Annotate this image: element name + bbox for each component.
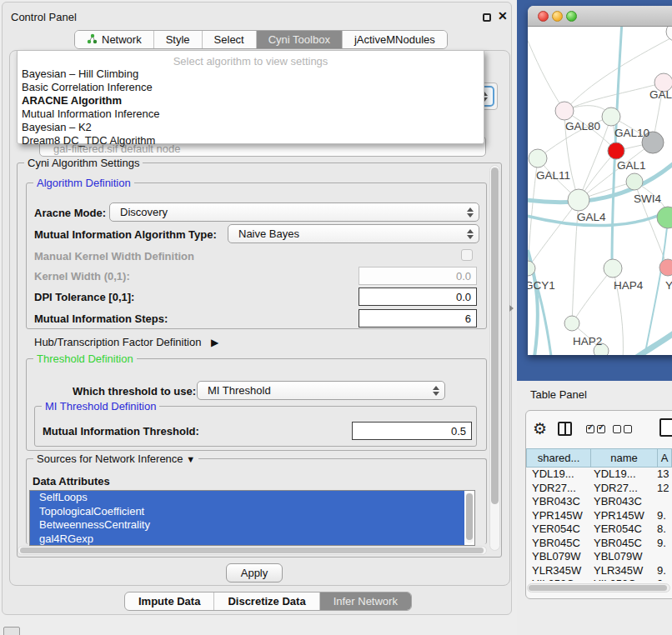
spinner-arrows-icon [433,386,439,396]
column-header[interactable]: A [657,448,672,468]
column-header[interactable]: name [590,448,657,468]
settings-hscrollbar[interactable] [18,546,487,555]
select-all-checkboxes-icon[interactable] [586,425,605,433]
tab-jactivemnodules[interactable]: jActiveMNodules [343,31,447,48]
algorithm-dropdown-list: Select algorithm to view settings Bayesi… [17,50,484,144]
node-label: Y [665,279,672,292]
algorithm-option[interactable]: Bayesian – K2 [18,121,484,134]
node[interactable] [602,108,620,126]
mi-steps-input[interactable]: 6 [359,309,477,328]
gear-icon[interactable]: ⚙ [533,419,547,438]
table-row[interactable]: YIL052CYIL052C9 [526,578,672,581]
table-hscrollbar-thumb[interactable] [529,585,667,591]
kernel-width-input[interactable]: 0.0 [359,267,477,285]
screen: Control Panel ✕ Network Style Select Cyn… [0,0,672,635]
attribute-item[interactable]: BetweennessCentrality [30,518,464,532]
minimized-panel-icon[interactable] [3,627,20,635]
node[interactable] [564,316,579,331]
node[interactable] [568,189,589,211]
table-row[interactable]: YDL19...YDL19...13 [526,468,672,482]
hub-definition-label: Hub/Transcription Factor Definition [34,336,201,348]
mi-threshold-input[interactable]: 0.5 [352,422,472,440]
mi-steps-value: 6 [465,312,471,325]
attribute-item[interactable]: TopologicalCoefficient [30,505,464,519]
apply-button[interactable]: Apply [226,563,283,582]
settings-hscrollbar-thumb[interactable] [20,548,484,553]
manual-kernel-width-checkbox[interactable] [461,249,473,261]
table-row[interactable]: YDR27...YDR27...12 [526,482,672,496]
aracne-mode-value: Discovery [120,206,168,218]
settings-scrollbar[interactable] [489,165,500,551]
tab-impute-data[interactable]: Impute Data [125,592,214,610]
algorithm-option[interactable]: Bayesian – Hill Climbing [18,68,484,81]
expander-right-icon: ▶ [211,337,218,348]
node-label: GAL1 [617,159,646,172]
zoom-traffic-light-icon[interactable] [566,11,577,22]
hub-definition-expander[interactable]: Hub/Transcription Factor Definition ▶ [34,336,218,348]
node[interactable] [666,27,672,41]
spinner-arrows-icon [467,208,474,218]
node[interactable] [604,259,622,278]
settings-scrollbar-thumb[interactable] [491,168,499,504]
which-threshold-label: Which threshold to use: [73,385,196,398]
table-row[interactable]: YBL079WYBL079W [526,550,672,564]
table-row[interactable]: YER054CYER054C8. [526,522,672,537]
columns-icon[interactable] [558,422,572,436]
network-icon [87,33,98,47]
algorithm-definition-title: Algorithm Definition [33,177,134,189]
close-traffic-light-icon[interactable] [538,11,549,22]
tab-infer-network[interactable]: Infer Network [320,592,411,610]
node-label: SWI4 [634,192,661,205]
algorithm-option[interactable]: Basic Correlation Inference [18,81,484,94]
mi-steps-label: Mutual Information Steps: [34,312,168,325]
table-row[interactable]: YBR043CYBR043C [526,495,672,509]
dropdown-placeholder: Select algorithm to view settings [18,51,484,68]
deselect-all-checkboxes-icon[interactable] [613,425,632,433]
network-nodes [528,27,672,355]
network-canvas[interactable]: GAL GAL80 GAL10 GAL1 GAL11 SWI4 GAL4 GCY… [528,27,672,355]
attribute-list-scrollbar-thumb[interactable] [466,493,473,540]
float-window-icon[interactable] [483,13,491,22]
network-window-titlebar[interactable] [528,6,672,27]
attribute-item[interactable]: SelfLoops [30,491,464,505]
table-panel-title: Table Panel [530,388,587,401]
tab-discretize-data[interactable]: Discretize Data [214,592,319,610]
sources-group-title[interactable]: Sources for Network Inference ▼ [33,452,198,466]
table-body: YDL19...YDL19...13 YDR27...YDR27...12 YB… [526,468,672,581]
mi-type-combobox[interactable]: Naive Bayes [228,224,479,243]
table-row[interactable]: YPR145WYPR145W9. [526,509,672,523]
dpi-tolerance-label: DPI Tolerance [0,1]: [34,291,134,303]
network-edges[interactable] [528,27,672,355]
dpi-tolerance-input[interactable]: 0.0 [359,288,477,306]
close-icon[interactable]: ✕ [498,9,508,22]
tab-select[interactable]: Select [203,31,257,48]
aracne-mode-combobox[interactable]: Discovery [109,202,479,222]
node-label: GCY1 [528,279,555,292]
node-selected[interactable] [608,142,624,159]
attribute-item[interactable]: gal4RGexp [30,532,464,547]
node[interactable] [659,259,672,276]
attribute-list-scrollbar[interactable] [465,492,474,543]
tab-style[interactable]: Style [154,31,203,48]
table-row[interactable]: YLR345WYLR345W9. [526,564,672,578]
threshold-definition-title: Threshold Definition [33,352,137,365]
table-row[interactable]: YBR045CYBR045C9. [526,537,672,551]
algorithm-option[interactable]: Dream8 DC_TDC Algorithm [18,134,484,148]
node[interactable] [555,102,574,120]
node[interactable] [657,207,672,228]
panel-divider-arrow[interactable] [509,305,517,312]
table-hscrollbar[interactable] [527,583,670,592]
tab-cyni-toolbox[interactable]: Cyni Toolbox [257,31,343,48]
column-header[interactable]: shared... [526,448,590,468]
panel-title: Control Panel [11,11,77,23]
mi-threshold-label: Mutual Information Threshold: [43,425,199,438]
tab-network[interactable]: Network [75,31,154,48]
minimize-traffic-light-icon[interactable] [552,11,563,22]
node[interactable] [626,173,643,190]
algorithm-option[interactable]: Mutual Information Inference [18,108,484,121]
node-label: GAL [649,88,672,101]
algorithm-option-selected[interactable]: ARACNE Algorithm [18,94,484,108]
node[interactable] [529,149,547,168]
table-file-icon[interactable] [659,418,672,437]
which-threshold-combobox[interactable]: MI Threshold [197,381,445,400]
